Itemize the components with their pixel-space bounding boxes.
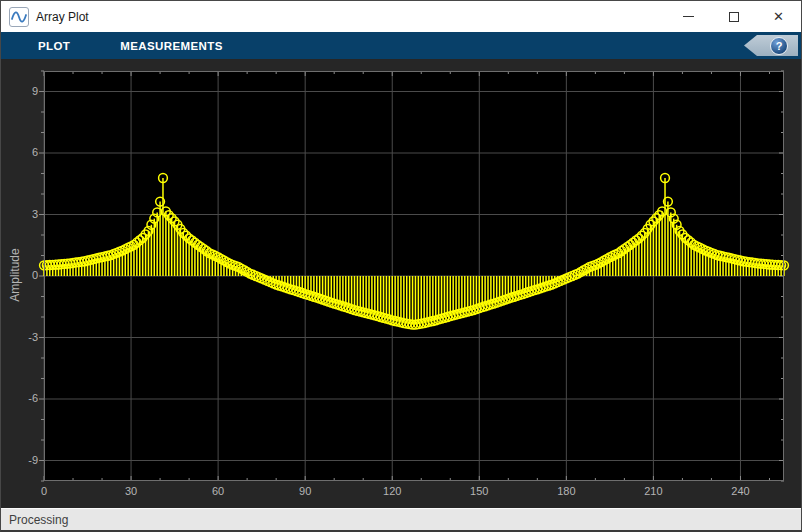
x-tick-label: 90 <box>299 485 311 497</box>
x-tick-label: 30 <box>125 485 137 497</box>
x-tick-label: 210 <box>644 485 662 497</box>
maximize-button[interactable] <box>711 1 756 32</box>
y-tick-label: -9 <box>1 454 38 466</box>
toolstrip: PLOT MEASUREMENTS ? <box>1 32 801 59</box>
help-icon[interactable]: ? <box>770 37 788 55</box>
x-tick-label: 180 <box>557 485 575 497</box>
tab-plot[interactable]: PLOT <box>38 40 70 52</box>
x-tick-label: 240 <box>731 485 749 497</box>
status-text: Processing <box>9 513 68 527</box>
help-tab[interactable]: ? <box>744 35 798 56</box>
minimize-icon <box>683 16 694 18</box>
scope-area: Amplitude -9-6-30369 0306090120150180210… <box>1 59 801 508</box>
array-plot-window: Array Plot ✕ PLOT MEASUREMENTS ? Amplitu… <box>0 0 802 532</box>
y-tick-label: -6 <box>1 392 38 404</box>
close-button[interactable]: ✕ <box>756 1 801 32</box>
plot-canvas[interactable] <box>44 71 784 481</box>
tab-measurements[interactable]: MEASUREMENTS <box>120 40 223 52</box>
x-tick-label: 150 <box>470 485 488 497</box>
x-tick-label: 60 <box>212 485 224 497</box>
window-controls: ✕ <box>666 1 801 32</box>
y-tick-label: 9 <box>1 85 38 97</box>
window-title: Array Plot <box>36 10 89 24</box>
x-tick-label: 0 <box>41 485 47 497</box>
y-tick-label: -3 <box>1 331 38 343</box>
sine-wave-icon <box>9 7 29 27</box>
y-tick-label: 3 <box>1 208 38 220</box>
close-icon: ✕ <box>773 10 784 23</box>
sine-wave-glyph <box>11 10 27 24</box>
minimize-button[interactable] <box>666 1 711 32</box>
title-bar: Array Plot ✕ <box>1 1 801 32</box>
maximize-icon <box>729 12 739 22</box>
x-tick-label: 120 <box>383 485 401 497</box>
y-tick-label: 6 <box>1 146 38 158</box>
y-tick-label: 0 <box>1 269 38 281</box>
status-bar: Processing <box>1 508 801 531</box>
